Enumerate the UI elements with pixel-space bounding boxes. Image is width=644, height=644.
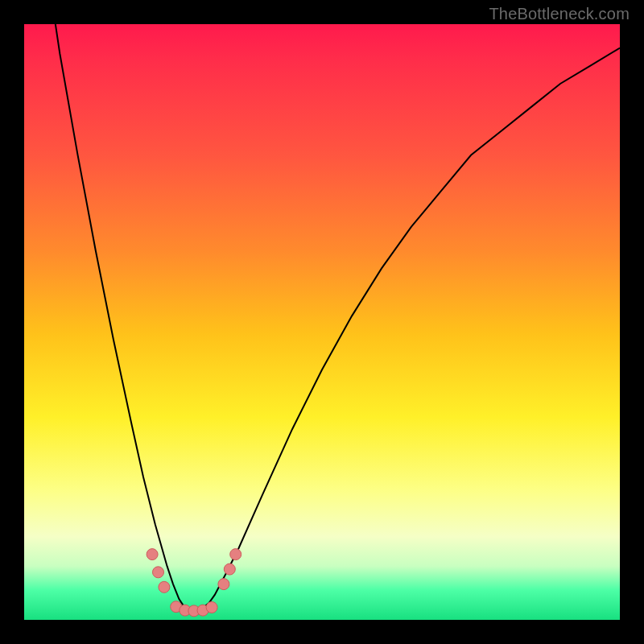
- curve-marker: [159, 581, 170, 592]
- curve-marker: [224, 564, 235, 575]
- bottleneck-curve: [24, 24, 620, 611]
- curve-marker: [153, 567, 164, 578]
- watermark-text: TheBottleneck.com: [489, 5, 630, 23]
- curve-marker: [230, 549, 242, 560]
- plot-area: [24, 24, 620, 620]
- curve-marker: [147, 549, 158, 560]
- curve-marker: [218, 579, 229, 590]
- curve-marker: [206, 601, 217, 613]
- chart-svg: [24, 24, 620, 620]
- chart-frame: TheBottleneck.com: [0, 0, 644, 644]
